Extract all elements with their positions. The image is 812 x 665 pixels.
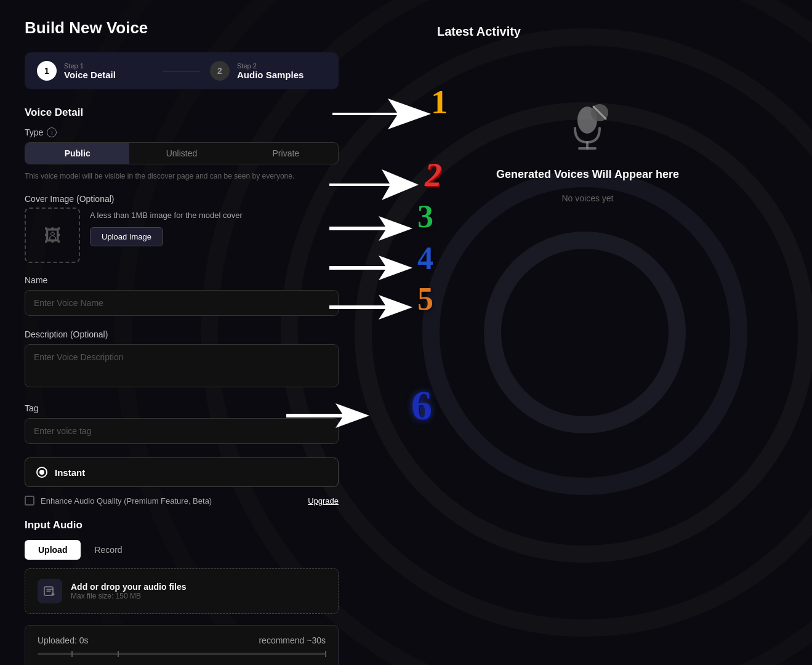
type-public-btn[interactable]: Public [25,143,129,164]
upgrade-link[interactable]: Upgrade [308,496,339,506]
instant-label: Instant [55,467,85,478]
upload-progress-area: Uploaded: 0s recommend ~30s Min Good Max… [25,625,339,665]
step-1-label: Step 1 [64,62,116,70]
step-2-name: Audio Samples [237,70,303,80]
description-label: Description (Optional) [25,329,339,339]
step-1-name: Voice Detail [64,70,116,80]
no-voices-title: Generated Voices Will Appear here [496,168,679,181]
cover-image-label: Cover Image (Optional) [25,194,339,204]
cover-image-area: 🖼 A less than 1MB image for the model co… [25,208,339,263]
drop-icon [38,579,62,603]
step-2-label: Step 2 [237,62,303,70]
tick-good [118,651,119,657]
step-2-number: 2 [210,61,230,81]
tag-section: Tag [25,403,339,455]
voice-description-input[interactable] [25,344,339,387]
left-panel: Build New Voice 1 Step 1 Voice Detail 2 … [0,0,363,665]
type-unlisted-btn[interactable]: Unlisted [129,143,233,164]
tick-max [325,651,326,657]
cover-image-right: A less than 1MB image for the model cove… [90,208,243,246]
audio-tabs: Upload Record [25,540,339,560]
voice-tag-input[interactable] [25,418,339,444]
enhance-row: Enhance Audio Quality (Premium Feature, … [25,496,339,506]
right-panel: Latest Activity Generated Voices Will Ap… [363,0,812,665]
audio-record-tab[interactable]: Record [81,540,135,560]
cover-hint: A less than 1MB image for the model cove… [90,210,243,221]
radio-dot-inner [39,470,44,475]
uploaded-stat: Uploaded: 0s [38,635,89,645]
drop-main-text: Add or drop your audio files [71,582,186,592]
voice-name-input[interactable] [25,290,339,316]
drop-sub-text: Max file size: 150 MB [71,592,186,600]
enhance-left: Enhance Audio Quality (Premium Feature, … [25,496,212,506]
upload-stats-row: Uploaded: 0s recommend ~30s [38,635,326,645]
step-1-number: 1 [37,61,57,81]
type-label: Type [25,127,43,137]
microphone-icon [560,100,615,156]
input-audio-title: Input Audio [25,519,339,531]
tag-label: Tag [25,403,339,413]
description-section: Description (Optional) [25,329,339,401]
latest-activity-title: Latest Activity [437,25,521,39]
image-placeholder[interactable]: 🖼 [25,208,80,263]
step-1: 1 Step 1 Voice Detail [37,61,153,81]
tick-min [71,651,73,657]
voice-detail-title: Voice Detail [25,107,339,119]
drop-area[interactable]: Add or drop your audio files Max file si… [25,568,339,614]
name-label: Name [25,275,339,285]
upload-image-button[interactable]: Upload Image [90,227,163,246]
recommend-stat: recommend ~30s [259,635,326,645]
enhance-checkbox[interactable] [25,496,34,506]
enhance-text: Enhance Audio Quality (Premium Feature, … [41,496,212,506]
type-buttons: Public Unlisted Private [25,142,339,164]
voice-detail-section: Voice Detail Type i Public Unlisted Priv… [25,107,339,665]
step-divider [163,71,200,71]
progress-bar-container [38,653,326,655]
instant-radio[interactable]: Instant [25,457,339,487]
mic-icon-area: Generated Voices Will Appear here No voi… [496,100,679,203]
audio-upload-tab[interactable]: Upload [25,540,81,560]
type-private-btn[interactable]: Private [234,143,338,164]
drop-text-area: Add or drop your audio files Max file si… [71,582,186,600]
name-section: Name [25,275,339,327]
radio-dot [36,467,47,478]
type-row: Type i [25,127,339,137]
page-title: Build New Voice [25,18,339,38]
step-2-info: Step 2 Audio Samples [237,62,303,80]
main-layout: Build New Voice 1 Step 1 Voice Detail 2 … [0,0,812,665]
image-upload-icon: 🖼 [44,225,61,246]
step-1-info: Step 1 Voice Detail [64,62,116,80]
step-2: 2 Step 2 Audio Samples [210,61,326,81]
info-icon[interactable]: i [47,127,57,137]
steps-container: 1 Step 1 Voice Detail 2 Step 2 Audio Sam… [25,52,339,89]
no-voices-sub: No voices yet [561,193,613,203]
type-hint: This voice model will be visible in the … [25,171,339,182]
